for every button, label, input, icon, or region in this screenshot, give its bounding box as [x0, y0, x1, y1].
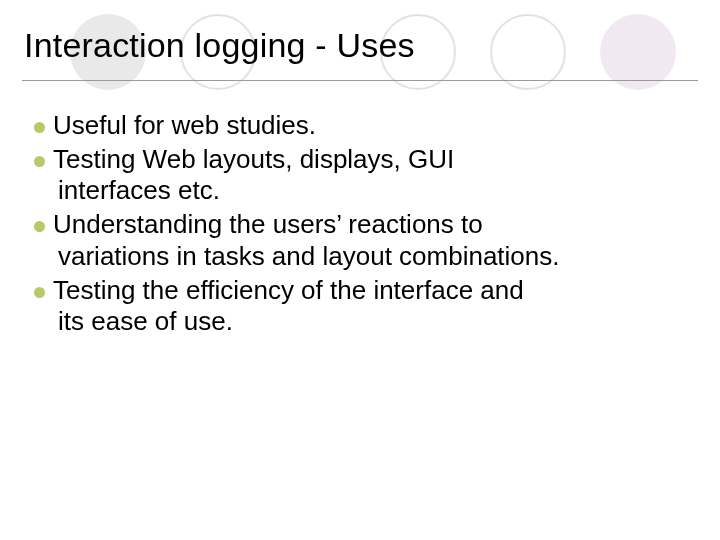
- list-item-continuation: its ease of use.: [34, 306, 674, 338]
- list-item: Useful for web studies.: [34, 110, 674, 142]
- bullet-icon: [34, 287, 45, 298]
- list-item-text: Useful for web studies.: [53, 110, 316, 140]
- slide-title: Interaction logging - Uses: [24, 26, 415, 65]
- list-item: Understanding the users’ reactions to va…: [34, 209, 674, 272]
- list-item: Testing Web layouts, displays, GUI inter…: [34, 144, 674, 207]
- list-item-continuation: variations in tasks and layout combinati…: [34, 241, 674, 273]
- list-item-text: Testing Web layouts, displays, GUI: [53, 144, 454, 174]
- bullet-icon: [34, 156, 45, 167]
- list-item-continuation: interfaces etc.: [34, 175, 674, 207]
- title-rule: [22, 80, 698, 81]
- bullet-icon: [34, 122, 45, 133]
- bullet-list: Useful for web studies. Testing Web layo…: [34, 110, 674, 340]
- list-item: Testing the efficiency of the interface …: [34, 275, 674, 338]
- list-item-text: Testing the efficiency of the interface …: [53, 275, 524, 305]
- bullet-icon: [34, 221, 45, 232]
- circle-decor: [600, 14, 676, 90]
- list-item-text: Understanding the users’ reactions to: [53, 209, 483, 239]
- circle-decor: [490, 14, 566, 90]
